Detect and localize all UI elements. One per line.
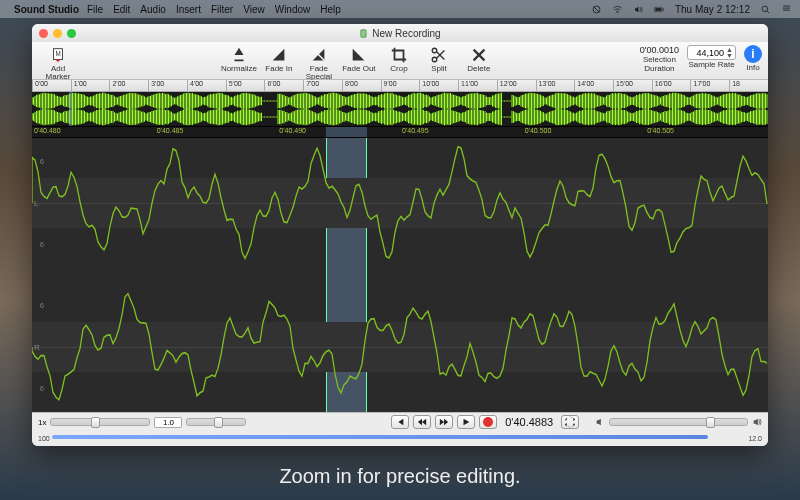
svg-rect-6	[361, 29, 366, 37]
zoom-label: 1x	[38, 418, 46, 427]
titlebar[interactable]: New Recording	[32, 24, 768, 42]
play-button[interactable]	[457, 415, 475, 429]
sample-rate-stepper[interactable]: ▲▼	[687, 45, 736, 60]
fine-ruler[interactable]: 0'40.4800'40.4850'40.4900'40.4950'40.500…	[32, 126, 768, 138]
menu-audio[interactable]: Audio	[140, 4, 166, 15]
document-icon	[359, 29, 368, 38]
selection-readout: 0'00.0010 Selection Duration	[640, 45, 679, 73]
svg-point-1	[617, 11, 618, 12]
overview-waveform[interactable]	[32, 92, 768, 126]
waveform-editor[interactable]: L 6 6 R 6 6	[32, 138, 768, 412]
menu-file[interactable]: File	[87, 4, 103, 15]
normalize-button[interactable]: Normalize	[219, 45, 259, 73]
menu-help[interactable]: Help	[320, 4, 341, 15]
fade-special-button[interactable]: Fade Special	[299, 45, 339, 81]
svg-rect-3	[655, 8, 661, 11]
sample-rate-input[interactable]	[690, 48, 724, 58]
volume-low-icon	[595, 417, 605, 427]
info-button[interactable]: i Info	[744, 45, 762, 72]
window-title: New Recording	[359, 28, 440, 39]
add-marker-button[interactable]: M Add Marker	[38, 45, 78, 81]
zoom-slider[interactable]	[50, 418, 150, 426]
record-button[interactable]	[479, 415, 497, 429]
zoom-value[interactable]: 1.0	[154, 417, 182, 428]
zoom-button[interactable]	[67, 29, 76, 38]
wave-right-svg	[32, 284, 768, 410]
notification-center-icon[interactable]	[781, 4, 792, 15]
overview-selection[interactable]	[69, 92, 72, 126]
menu-window[interactable]: Window	[275, 4, 311, 15]
rewind-button[interactable]	[413, 415, 431, 429]
window-title-text: New Recording	[372, 28, 440, 39]
fast-forward-button[interactable]	[435, 415, 453, 429]
macos-menubar: Sound Studio File Edit Audio Insert Filt…	[0, 0, 800, 18]
battery-icon[interactable]	[654, 4, 665, 15]
app-name[interactable]: Sound Studio	[14, 4, 79, 15]
spotlight-icon[interactable]	[760, 4, 771, 15]
transport-bar: 1x 1.0 0'40.4883 100 12.0	[32, 412, 768, 446]
fade-out-button[interactable]: Fade Out	[339, 45, 379, 73]
overview-wave-svg	[32, 92, 768, 126]
app-window: New Recording M Add Marker Normalize Fad…	[32, 24, 768, 446]
close-button[interactable]	[39, 29, 48, 38]
volume-slider[interactable]	[609, 418, 748, 426]
svg-text:M: M	[55, 50, 60, 57]
marketing-caption: Zoom in for precise editing.	[0, 465, 800, 488]
svg-point-5	[762, 6, 768, 12]
channel-left[interactable]: L 6 6	[32, 140, 768, 266]
channel-right[interactable]: R 6 6	[32, 284, 768, 410]
svg-rect-4	[663, 8, 664, 10]
menu-view[interactable]: View	[243, 4, 265, 15]
do-not-disturb-icon[interactable]	[591, 4, 602, 15]
volume-high-icon	[752, 417, 762, 427]
toolbar: M Add Marker Normalize Fade In Fade Spec…	[32, 42, 768, 80]
clock[interactable]: Thu May 2 12:12	[675, 4, 750, 15]
menu-filter[interactable]: Filter	[211, 4, 233, 15]
split-button[interactable]: Split	[419, 45, 459, 73]
wifi-icon[interactable]	[612, 4, 623, 15]
scrub-bar[interactable]: 100 12.0	[32, 431, 768, 445]
loop-button[interactable]	[561, 415, 579, 429]
info-icon: i	[744, 45, 762, 63]
wave-left-svg	[32, 140, 768, 266]
sample-rate-col: ▲▼ Sample Rate	[687, 45, 736, 69]
timecode: 0'40.4883	[501, 416, 557, 428]
crop-button[interactable]: Crop	[379, 45, 419, 73]
timeline-ruler[interactable]: 0'001'002'003'004'005'006'007'008'009'00…	[32, 80, 768, 92]
stepper-icon[interactable]: ▲▼	[726, 47, 733, 59]
fade-in-button[interactable]: Fade In	[259, 45, 299, 73]
volume-icon[interactable]	[633, 4, 644, 15]
record-icon	[483, 417, 493, 427]
menu-edit[interactable]: Edit	[113, 4, 130, 15]
fine-ruler-selection	[326, 127, 366, 137]
go-to-start-button[interactable]	[391, 415, 409, 429]
minimize-button[interactable]	[53, 29, 62, 38]
menu-insert[interactable]: Insert	[176, 4, 201, 15]
delete-button[interactable]: Delete	[459, 45, 499, 73]
speed-slider[interactable]	[186, 418, 246, 426]
